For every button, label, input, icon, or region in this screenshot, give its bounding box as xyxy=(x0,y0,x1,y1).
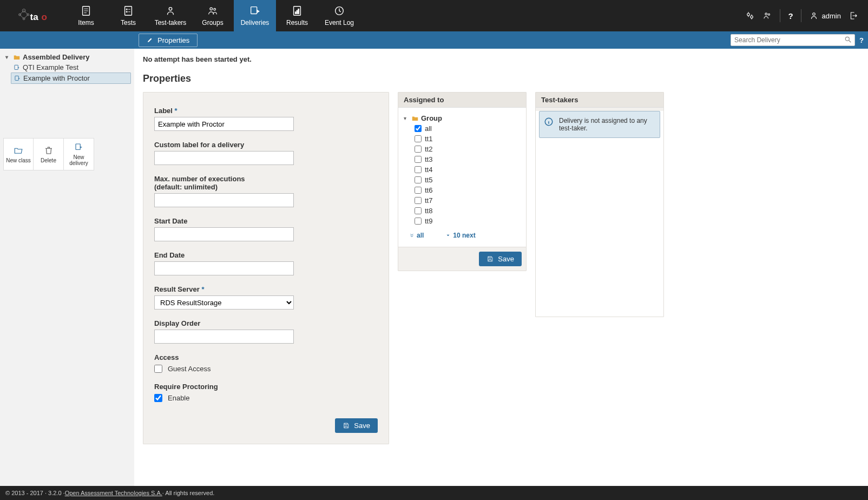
group-item-checkbox[interactable] xyxy=(415,218,422,225)
nav-tab-results[interactable]: Results xyxy=(276,0,318,31)
help-icon[interactable]: ? xyxy=(788,11,793,21)
result-server-select[interactable]: RDS ResultStorage xyxy=(154,295,294,310)
display-order-input[interactable] xyxy=(154,330,294,344)
group-item-checkbox[interactable] xyxy=(415,146,422,153)
testtakers-icon xyxy=(165,5,176,17)
group-item-label: tt9 xyxy=(425,217,432,225)
start-date-input[interactable] xyxy=(154,227,294,241)
result-server-label: Result Server * xyxy=(154,285,378,293)
group-item[interactable]: tt2 xyxy=(415,144,521,154)
tree-item-proctor[interactable]: Example with Proctor xyxy=(11,73,131,84)
save-label: Save xyxy=(354,422,370,430)
svg-rect-36 xyxy=(15,76,18,80)
group-item[interactable]: tt1 xyxy=(415,134,521,144)
svg-line-7 xyxy=(24,15,28,19)
group-item-checkbox[interactable] xyxy=(415,207,422,214)
footer-link[interactable]: Open Assessment Technologies S.A. xyxy=(65,490,162,496)
nav-tabs: Items Tests Test-takers Groups Deliverie… xyxy=(65,0,360,31)
guest-access-checkbox[interactable] xyxy=(154,365,162,373)
svg-text:ta: ta xyxy=(30,12,39,22)
start-date-label: Start Date xyxy=(154,217,378,225)
tree-root[interactable]: ▾ Assembled Delivery xyxy=(3,52,131,62)
user-icon xyxy=(809,11,819,21)
new-class-button[interactable]: New class xyxy=(3,138,34,170)
svg-line-6 xyxy=(20,15,24,19)
chevron-down-icon: ▾ xyxy=(404,115,409,121)
logo[interactable]: tao xyxy=(5,5,65,26)
group-item-label: tt8 xyxy=(425,207,432,215)
group-item-checkbox[interactable] xyxy=(415,176,422,183)
group-item[interactable]: all xyxy=(415,123,521,134)
group-root-label: Group xyxy=(421,114,442,122)
group-item-checkbox[interactable] xyxy=(415,166,422,173)
group-item-checkbox[interactable] xyxy=(415,187,422,194)
svg-rect-37 xyxy=(76,144,80,150)
tree: ▾ Assembled Delivery QTI Example Test Ex… xyxy=(3,52,131,84)
settings-icon[interactable] xyxy=(745,11,755,21)
delivery-item-icon xyxy=(14,75,21,82)
properties-button[interactable]: Properties xyxy=(139,34,198,47)
group-item[interactable]: tt5 xyxy=(415,175,521,185)
access-label: Access xyxy=(154,353,378,361)
assigned-body: ▾ Group alltt1tt2tt3tt4tt5tt6tt7tt8tt9 a… xyxy=(398,108,526,247)
end-date-input[interactable] xyxy=(154,261,294,275)
group-item[interactable]: tt6 xyxy=(415,185,521,195)
properties-label: Properties xyxy=(157,36,189,44)
action-label: New delivery xyxy=(66,154,91,166)
user-menu[interactable]: admin xyxy=(809,11,841,21)
group-item-checkbox[interactable] xyxy=(415,197,422,204)
group-item-label: tt6 xyxy=(425,186,432,194)
group-item[interactable]: tt4 xyxy=(415,165,521,175)
custom-label-input[interactable] xyxy=(154,151,294,165)
group-item[interactable]: tt9 xyxy=(415,216,521,226)
save-properties-button[interactable]: Save xyxy=(335,418,378,433)
group-item-checkbox[interactable] xyxy=(415,135,422,142)
max-exec-input[interactable] xyxy=(154,193,294,207)
new-delivery-button[interactable]: New delivery xyxy=(64,138,94,170)
enable-label: Enable xyxy=(168,394,189,402)
group-item[interactable]: tt7 xyxy=(415,195,521,206)
nav-tab-eventlog[interactable]: Event Log xyxy=(318,0,360,31)
svg-point-20 xyxy=(210,8,213,10)
svg-point-33 xyxy=(845,37,849,41)
info-box: Delivery is not assigned to any test-tak… xyxy=(539,111,660,138)
display-order-label: Display Order xyxy=(154,319,378,327)
toolbar-help-icon[interactable]: ? xyxy=(859,36,864,44)
group-item-checkbox[interactable] xyxy=(415,156,422,163)
tree-nav-next[interactable]: 10 next xyxy=(445,232,475,239)
search-input[interactable] xyxy=(731,34,855,46)
logout-icon[interactable] xyxy=(849,11,858,21)
nav-tab-testtakers[interactable]: Test-takers xyxy=(149,0,192,31)
nav-tab-deliveries[interactable]: Deliveries xyxy=(234,0,276,31)
group-item-label: tt7 xyxy=(425,196,432,205)
content: No attempt has been started yet. Propert… xyxy=(134,49,868,486)
info-icon xyxy=(544,117,554,127)
nav-tab-label: Test-takers xyxy=(155,19,187,27)
tree-item-qti[interactable]: QTI Example Test xyxy=(11,62,131,73)
enable-proctoring-checkbox[interactable] xyxy=(154,394,162,402)
group-item[interactable]: tt8 xyxy=(415,206,521,216)
properties-panel: Label * Custom label for a delivery Max.… xyxy=(143,92,389,444)
nav-tab-tests[interactable]: Tests xyxy=(107,0,149,31)
group-root[interactable]: ▾ Group xyxy=(404,113,521,123)
group-item-checkbox[interactable] xyxy=(415,125,422,132)
svg-rect-24 xyxy=(295,12,296,14)
custom-label-label: Custom label for a delivery xyxy=(154,141,378,149)
save-assigned-button[interactable]: Save xyxy=(479,252,522,266)
nav-tab-groups[interactable]: Groups xyxy=(192,0,234,31)
nav-tab-label: Groups xyxy=(202,19,223,27)
new-delivery-icon xyxy=(74,142,84,152)
tree-item-label: Example with Proctor xyxy=(23,74,90,82)
items-icon xyxy=(80,5,92,17)
label-input[interactable] xyxy=(154,117,294,131)
delete-button[interactable]: Delete xyxy=(34,138,64,170)
action-label: Delete xyxy=(41,157,56,163)
nav-tab-label: Results xyxy=(286,19,308,27)
nav-tab-items[interactable]: Items xyxy=(65,0,107,31)
users-icon[interactable] xyxy=(762,11,772,21)
group-item[interactable]: tt3 xyxy=(415,154,521,165)
tree-nav-all[interactable]: all xyxy=(409,232,424,239)
testtakers-panel: Test-takers Delivery is not assigned to … xyxy=(535,92,664,317)
double-down-icon xyxy=(409,233,415,238)
guest-access-label: Guest Access xyxy=(168,365,211,373)
